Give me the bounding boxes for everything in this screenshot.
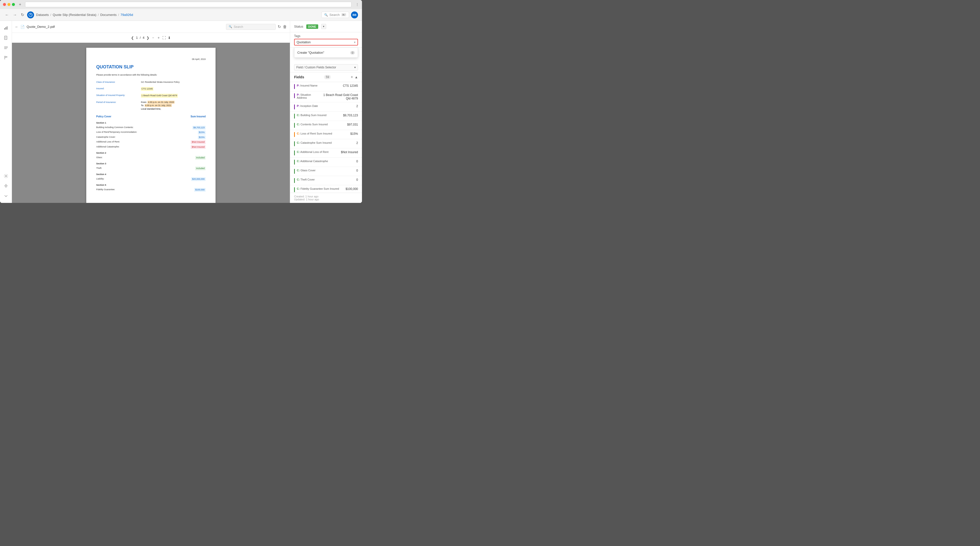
- doc-search-placeholder: Search: [234, 25, 243, 29]
- field-item[interactable]: C: Catastrophe Sum Insured 2: [290, 139, 362, 148]
- tags-input-wrapper[interactable]: ▾: [294, 39, 358, 46]
- refresh-button[interactable]: ↻: [278, 24, 281, 29]
- menu-icon[interactable]: ⋮: [355, 3, 359, 6]
- sidebar-expand-icon[interactable]: [2, 192, 10, 200]
- nav-search-bar[interactable]: 🔍 Search ⌘/: [321, 12, 349, 18]
- panel-footer: Created: 1 hour ago Updated: 1 hour ago: [290, 193, 362, 203]
- tags-count-badge: 0: [350, 51, 355, 54]
- forward-button[interactable]: →: [12, 12, 18, 18]
- field-item[interactable]: P: Insured Name CTS 12345: [290, 82, 362, 91]
- fullscreen-button[interactable]: ⛶: [162, 36, 166, 40]
- doc-area: ← 📄 Quote_Demo_2.pdf 🔍 Search ↻ 🗑 ❮ 1 / …: [12, 21, 290, 203]
- field-item[interactable]: C: Loss of Rent Sum Insured $15%: [290, 130, 362, 139]
- field-item[interactable]: P: Situation Address 1 Beach Road Gold C…: [290, 91, 362, 102]
- sidebar-document-icon[interactable]: [2, 34, 10, 42]
- field-item[interactable]: C: Building Sum Insured $9,703,123: [290, 111, 362, 121]
- app-logo: [27, 11, 34, 18]
- navbar: ← → ↻ Datasets / Quote Slip (Residential…: [0, 9, 362, 21]
- delete-button[interactable]: 🗑: [283, 24, 287, 29]
- icon-sidebar: [0, 21, 12, 203]
- pdf-section3-title: Section 3: [96, 162, 205, 166]
- doc-search-bar[interactable]: 🔍 Search: [226, 24, 276, 30]
- tags-dropdown[interactable]: Create "Quotation" 0: [294, 48, 358, 58]
- field-value: 1 Beach Road Gold Coast Qld 4879: [319, 93, 358, 100]
- pdf-content[interactable]: 08 April, 2019 QUOTATION SLIP Please pro…: [12, 43, 290, 203]
- breadcrumb-sep2: /: [98, 13, 99, 17]
- field-item[interactable]: C: Glass Cover 0: [290, 167, 362, 176]
- tags-dropdown-create[interactable]: Create "Quotation" 0: [294, 49, 358, 56]
- footer-created: Created: 1 hour ago: [294, 195, 358, 198]
- field-item[interactable]: P: Inception Date 2: [290, 102, 362, 111]
- status-dropdown-button[interactable]: ▾: [321, 24, 326, 29]
- field-item[interactable]: C: Theft Cover 0: [290, 176, 362, 185]
- tags-row: Tags ▾ Create "Quotation" 0: [290, 32, 362, 48]
- field-row-inner: C: Building Sum Insured $9,703,123: [297, 114, 358, 117]
- pdf-section5-title: Section 5: [96, 183, 205, 187]
- field-indicator: [294, 123, 295, 128]
- pdf-value-insured: CTS 12345: [141, 87, 153, 91]
- breadcrumb-datasets[interactable]: Datasets: [36, 13, 49, 17]
- tags-input[interactable]: [297, 40, 354, 44]
- field-value: $Not Insured: [341, 150, 358, 154]
- window-controls: [3, 3, 15, 6]
- add-tab-button[interactable]: +: [19, 2, 21, 7]
- pdf-label-situation: Situation of Insured Property:: [96, 94, 141, 98]
- sidebar-flag-icon[interactable]: [2, 54, 10, 62]
- back-button[interactable]: ←: [4, 12, 10, 18]
- zoom-in-button[interactable]: ＋: [157, 35, 160, 40]
- reload-button[interactable]: ↻: [20, 11, 25, 18]
- maximize-button[interactable]: [12, 3, 15, 6]
- field-item[interactable]: C: Contents Sum Insured $97,031: [290, 121, 362, 130]
- field-indicator: [294, 178, 295, 183]
- status-label: Status: [294, 25, 303, 28]
- sidebar-sparkle-icon[interactable]: [2, 182, 10, 190]
- field-item[interactable]: C: Additional Catastrophe 0: [290, 158, 362, 167]
- pdf-subtitle: Please provide terms in accordance with …: [96, 73, 205, 77]
- field-item[interactable]: C: Fidelity Guarantee Sum Insured $100,0…: [290, 185, 362, 193]
- field-prefix-name: C: Additional Loss of Rent: [297, 150, 328, 153]
- sidebar-text-icon[interactable]: [2, 44, 10, 52]
- field-selector-arrow-icon: ▾: [354, 66, 356, 69]
- pdf-section-left: Policy Cover: [96, 115, 111, 118]
- main-layout: ← 📄 Quote_Demo_2.pdf 🔍 Search ↻ 🗑 ❮ 1 / …: [0, 21, 362, 203]
- breadcrumb: Datasets / Quote Slip (Residential Strat…: [36, 13, 133, 17]
- prev-page-button[interactable]: ❮: [131, 36, 134, 40]
- field-value: 0: [356, 169, 358, 172]
- pdf-title: QUOTATION SLIP: [96, 64, 205, 70]
- field-row-inner: C: Contents Sum Insured $97,031: [297, 123, 358, 126]
- zoom-out-button[interactable]: －: [151, 35, 155, 40]
- doc-toolbar: ← 📄 Quote_Demo_2.pdf 🔍 Search ↻ 🗑: [12, 21, 290, 33]
- sidebar-settings-icon[interactable]: [2, 172, 10, 180]
- fields-list: P: Insured Name CTS 12345 P: Situation A…: [290, 82, 362, 193]
- field-prefix-name: C: Fidelity Guarantee Sum Insured: [297, 187, 339, 190]
- field-value: $100,000: [345, 187, 358, 191]
- close-button[interactable]: [3, 3, 6, 6]
- breadcrumb-doc-id: 79a926d: [121, 13, 133, 17]
- field-value: 2: [356, 141, 358, 145]
- field-item[interactable]: C: Additional Loss of Rent $Not Insured: [290, 148, 362, 158]
- next-page-button[interactable]: ❯: [146, 36, 150, 40]
- pdf-row-liability: Liability: $20,000,000: [96, 177, 205, 181]
- add-field-button[interactable]: +: [351, 75, 353, 79]
- field-prefix-name: P: Situation Address: [297, 93, 317, 99]
- icon-sidebar-top: [2, 24, 10, 170]
- sidebar-chart-icon[interactable]: [2, 24, 10, 32]
- pdf-field-insured: Insured: CTS 12345: [96, 87, 205, 91]
- fields-header: Fields 59 + ▲: [290, 72, 362, 82]
- pdf-field-situation: Situation of Insured Property: 1 Beach R…: [96, 94, 205, 98]
- pdf-row-theft: Theft: Included: [96, 167, 205, 170]
- field-selector-dropdown[interactable]: Field / Custom Fields Selector ▾: [294, 64, 358, 71]
- pdf-row-add-catastrophe: Additional Catastrophe: $Not Insured: [96, 145, 205, 149]
- pdf-value-situation: 1 Beach Road Gold Coast Qld 4879: [141, 94, 178, 98]
- search-icon: 🔍: [229, 25, 232, 28]
- minimize-button[interactable]: [8, 3, 10, 6]
- breadcrumb-documents[interactable]: Documents: [100, 13, 116, 17]
- address-bar[interactable]: [25, 2, 352, 7]
- download-button[interactable]: ⬇: [168, 36, 171, 40]
- doc-back-button[interactable]: ←: [15, 25, 18, 29]
- user-avatar[interactable]: BB: [351, 11, 358, 18]
- breadcrumb-quote-slip[interactable]: Quote Slip (Residential Strata): [53, 13, 97, 17]
- collapse-fields-button[interactable]: ▲: [355, 75, 358, 79]
- field-indicator: [294, 141, 295, 146]
- pdf-section2-title: Section 2: [96, 151, 205, 155]
